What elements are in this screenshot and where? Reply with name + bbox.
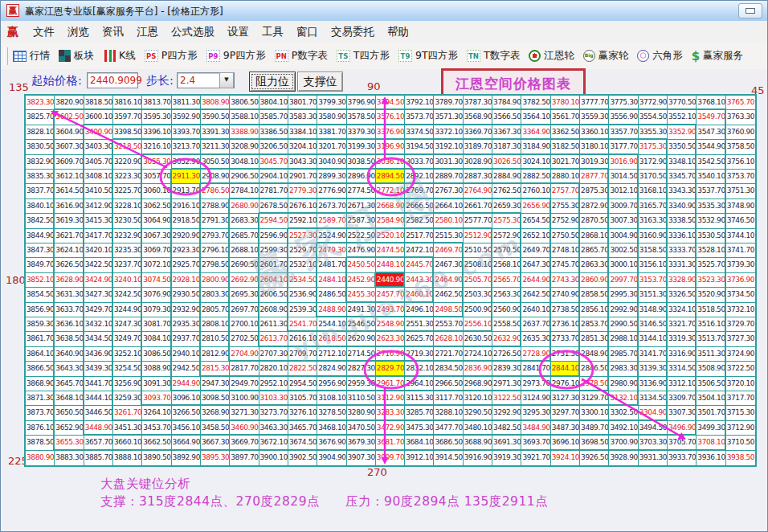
grid-cell[interactable]: 3684.10 — [405, 436, 434, 450]
grid-cell[interactable]: 2666.50 — [405, 199, 434, 214]
grid-cell[interactable]: 2553.70 — [434, 317, 463, 332]
grid-cell[interactable]: 2752.90 — [551, 214, 580, 228]
grid-cell[interactable]: 2947.30 — [201, 377, 230, 391]
grid-cell[interactable]: 3266.50 — [172, 406, 201, 420]
grid-cell[interactable]: 3331.30 — [668, 258, 697, 272]
grid-cell[interactable]: 2788.90 — [201, 199, 230, 214]
grid-cell[interactable]: 3132.10 — [609, 391, 638, 406]
grid-cell[interactable]: 3453.70 — [142, 421, 171, 436]
grid-cell[interactable]: 2731.30 — [551, 347, 580, 362]
grid-cell[interactable]: 3242.50 — [113, 288, 142, 302]
grid-cell[interactable]: 3062.50 — [142, 199, 171, 214]
grid-cell[interactable]: 2510.50 — [464, 243, 492, 258]
grid-cell[interactable]: 3808.90 — [201, 96, 230, 110]
grid-cell[interactable]: 3350.50 — [668, 140, 697, 154]
grid-cell[interactable]: 3259.30 — [113, 391, 142, 406]
grid-cell[interactable]: 3144.10 — [639, 332, 668, 346]
grid-cell[interactable]: 3686.50 — [434, 436, 463, 450]
grid-cell[interactable]: 3866.50 — [26, 362, 55, 376]
grid-cell[interactable]: 3386.50 — [259, 125, 288, 140]
grid-cell[interactable]: 3600.10 — [84, 110, 113, 125]
grid-cell[interactable]: 3537.70 — [697, 184, 725, 198]
grid-cell[interactable]: 3504.10 — [697, 391, 725, 406]
grid-cell[interactable]: 3931.30 — [639, 451, 668, 465]
grid-cell[interactable]: 3532.90 — [697, 214, 725, 228]
grid-cell[interactable]: 3710.50 — [726, 436, 755, 450]
grid-cell[interactable]: 3732.10 — [726, 303, 755, 317]
grid-cell[interactable]: 3333.70 — [668, 243, 697, 258]
grid-cell[interactable]: 3900.10 — [259, 451, 288, 465]
grid-cell[interactable]: 3540.10 — [697, 170, 725, 184]
grid-cell[interactable]: 2472.10 — [405, 243, 434, 258]
grid-cell[interactable]: 3655.30 — [55, 436, 84, 450]
start-price-input[interactable]: 2440.9099 — [87, 72, 138, 88]
grid-cell[interactable]: 3098.50 — [201, 391, 230, 406]
grid-cell[interactable]: 3182.50 — [551, 140, 580, 154]
grid-cell[interactable]: 3806.50 — [230, 96, 259, 110]
grid-cell[interactable]: 3712.90 — [726, 421, 755, 436]
grid-cell[interactable]: 3115.30 — [405, 391, 434, 406]
grid-cell[interactable]: 2647.30 — [521, 258, 550, 272]
grid-cell[interactable]: 2757.70 — [551, 184, 580, 198]
grid-cell[interactable]: 2460.10 — [405, 288, 434, 302]
grid-cell[interactable]: 3823.30 — [26, 96, 55, 110]
grid-cell[interactable]: 2772.10 — [376, 184, 405, 198]
grid-cell[interactable]: 3847.30 — [26, 243, 55, 258]
grid-cell[interactable]: 3040.90 — [317, 155, 346, 170]
grid-cell[interactable]: 3280.90 — [347, 406, 376, 420]
grid-cell[interactable]: 3799.30 — [317, 96, 346, 110]
key-level-cell[interactable]: 2844.10 — [551, 362, 580, 376]
grid-cell[interactable]: 3072.10 — [142, 258, 171, 272]
grid-cell[interactable]: 2500.90 — [464, 303, 492, 317]
grid-cell[interactable]: 2450.50 — [347, 258, 376, 272]
grid-cell[interactable]: 3086.50 — [142, 347, 171, 362]
grid-cell[interactable]: 3520.90 — [697, 288, 725, 302]
grid-cell[interactable]: 2692.90 — [230, 273, 259, 288]
grid-cell[interactable]: 3760.90 — [726, 125, 755, 140]
grid-cell[interactable]: 3372.10 — [434, 125, 463, 140]
grid-cell[interactable]: 2527.30 — [288, 229, 317, 243]
grid-cell[interactable]: 3302.50 — [609, 406, 638, 420]
grid-cell[interactable]: 2800.90 — [201, 273, 230, 288]
grid-cell[interactable]: 2738.50 — [551, 303, 580, 317]
grid-cell[interactable]: 3585.70 — [259, 110, 288, 125]
grid-cell[interactable]: 2532.10 — [288, 258, 317, 272]
grid-cell[interactable]: 3381.70 — [317, 125, 346, 140]
grid-cell[interactable]: 3352.90 — [668, 125, 697, 140]
grid-cell[interactable]: 3153.70 — [639, 273, 668, 288]
grid-cell[interactable]: 3475.30 — [405, 421, 434, 436]
grid-cell[interactable]: 2606.50 — [259, 288, 288, 302]
grid-cell[interactable]: 2601.70 — [259, 258, 288, 272]
grid-cell[interactable]: 2558.50 — [492, 317, 521, 332]
grid-cell[interactable]: 2688.10 — [230, 243, 259, 258]
grid-cell[interactable]: 3770.50 — [668, 96, 697, 110]
grid-cell[interactable]: 2815.30 — [201, 362, 230, 376]
grid-cell[interactable]: 3079.30 — [142, 303, 171, 317]
grid-cell[interactable]: 2808.10 — [201, 317, 230, 332]
grid-cell[interactable]: 3669.70 — [230, 436, 259, 450]
grid-cell[interactable]: 3691.30 — [492, 436, 521, 450]
grid-cell[interactable]: 3720.10 — [726, 377, 755, 391]
grid-cell[interactable]: 3871.30 — [26, 391, 55, 406]
grid-cell[interactable]: 2820.10 — [259, 362, 288, 376]
grid-cell[interactable]: 3424.90 — [84, 273, 113, 288]
grid-cell[interactable]: 3662.50 — [142, 436, 171, 450]
grid-cell[interactable]: 2743.30 — [551, 273, 580, 288]
grid-cell[interactable]: 3816.10 — [113, 96, 142, 110]
grid-cell[interactable]: 3110.50 — [347, 391, 376, 406]
grid-cell[interactable]: 3194.50 — [405, 140, 434, 154]
menu-item-browse[interactable]: 浏览 — [61, 23, 96, 42]
grid-cell[interactable]: 3252.10 — [113, 347, 142, 362]
toolbar-item-gann-wheel[interactable]: 江恩轮 — [529, 49, 574, 63]
grid-cell[interactable]: 2714.50 — [347, 347, 376, 362]
grid-cell[interactable]: 3460.90 — [230, 421, 259, 436]
grid-cell[interactable]: 3463.30 — [259, 421, 288, 436]
grid-cell[interactable]: 3338.50 — [668, 214, 697, 228]
grid-cell[interactable]: 2827.30 — [347, 362, 376, 376]
grid-cell[interactable]: 3261.70 — [113, 406, 142, 420]
grid-cell[interactable]: 3513.70 — [697, 332, 725, 346]
grid-cell[interactable]: 2580.10 — [434, 214, 463, 228]
grid-cell[interactable]: 3223.30 — [113, 170, 142, 184]
grid-cell[interactable]: 2623.30 — [376, 332, 405, 346]
grid-cell[interactable]: 2570.50 — [492, 243, 521, 258]
